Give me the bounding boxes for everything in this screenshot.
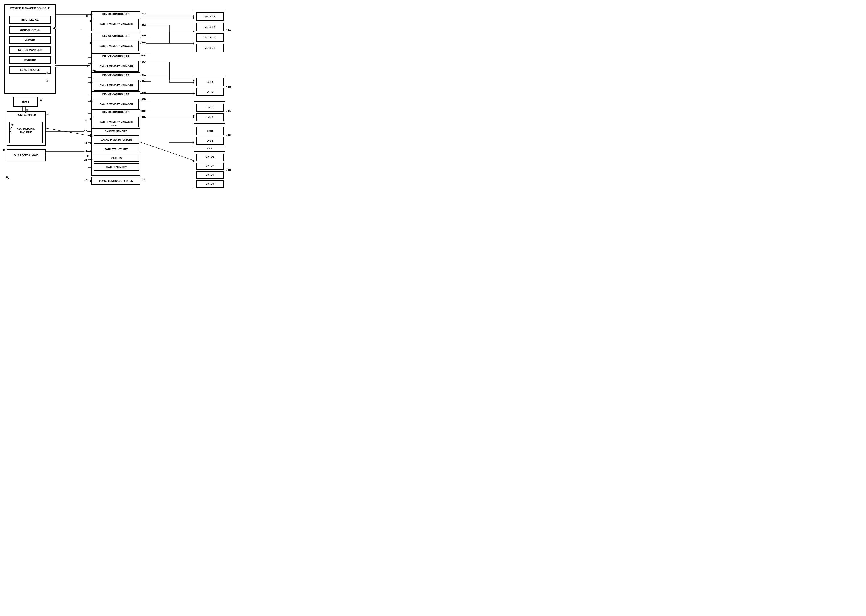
host-adapter-outer: HOST ADAPTER 45 CACHE MEMORY MANAGER	[7, 112, 46, 146]
cache-memory-box: CACHE MEMORY	[94, 163, 139, 171]
label-33: 33	[84, 159, 87, 161]
label-30: 30	[6, 176, 8, 179]
label-47: 47	[55, 64, 58, 67]
label-46B: 46B	[142, 41, 146, 44]
monitor-box: MONITOR	[9, 56, 50, 64]
dcD-title: DEVICE CONTROLLER	[94, 93, 138, 96]
m2lvb-box: M2 LVB	[196, 163, 224, 170]
svg-marker-72	[88, 65, 90, 67]
label-44: 44	[84, 150, 87, 152]
m2lva-box: M2 LVA	[196, 154, 224, 161]
dc-status-box: DEVICE CONTROLLER STATUS	[91, 177, 140, 185]
label-51: 51	[46, 80, 48, 82]
label-42: 42	[84, 129, 87, 132]
queues-box: QUEUES	[94, 154, 139, 162]
smc-title: SYSTEM MANAGER CONSOLE	[10, 7, 50, 10]
m2lvc-box: M2 LVC	[196, 171, 224, 179]
lvh1-box: LVH 1	[196, 113, 224, 121]
dc1-outer: DEVICE CONTROLLER CACHE MEMORY MANAGER	[91, 11, 140, 31]
label-31C: 31C	[226, 109, 231, 112]
label-43: 43	[84, 141, 87, 144]
svg-marker-97	[87, 65, 89, 67]
label-46A: 46A	[142, 24, 146, 26]
svg-marker-36	[88, 130, 90, 132]
dc1-title: DEVICE CONTROLLER	[94, 13, 138, 16]
label-41: 41	[3, 149, 5, 151]
m2-group-outer: M2 LVA M2 LVB M2 LVC M2 LVD	[194, 151, 225, 188]
lvf3-box: LVF 3	[196, 88, 224, 96]
svg-marker-38	[88, 151, 90, 152]
label-32: 32	[142, 178, 145, 181]
lvef-group-outer: LVE 1 LVF 3	[194, 76, 225, 98]
lvg2-box: LVG 2	[196, 104, 224, 112]
label-46X: 46X	[142, 79, 146, 82]
m1-group-outer: M1 LVA 1 M1 LVB 1 M1 LVC 1 M1 LVD 1	[194, 10, 225, 53]
svg-marker-3	[87, 15, 89, 17]
dcD-outer: DEVICE CONTROLLER CACHE MEMORY MANAGER	[91, 91, 140, 112]
load-balance-box: LOAD BALANCE	[9, 66, 50, 74]
dcE-cmm: CACHE MEMORY MANAGER	[94, 117, 139, 127]
output-device-box: OUTPUT DEVICE	[9, 26, 50, 34]
label-38: 38	[85, 119, 87, 122]
label-36: 36	[26, 109, 28, 112]
label-46E: 46E	[142, 115, 146, 118]
dcD-cmm: CACHE MEMORY MANAGER	[94, 99, 139, 110]
lve1-box: LVE 1	[196, 78, 224, 86]
dcE-title: DEVICE CONTROLLER	[94, 111, 138, 113]
label-34C: 34C	[142, 61, 146, 64]
label-31E: 31E	[226, 168, 231, 171]
m1lvd1-box: M1 LVD 1	[196, 44, 224, 52]
label-45-curved: 45	[11, 123, 14, 126]
svg-line-91	[140, 142, 194, 160]
memory-box: MEMORY	[9, 36, 50, 44]
path-structures-box: PATH STRUCTURES	[94, 146, 139, 153]
label-31A: 31A	[226, 29, 231, 32]
label-31B: 31B	[226, 86, 231, 89]
input-device-box: INPUT DEVICE	[9, 16, 50, 24]
lvgh-group-outer: LVG 2 LVH 1	[194, 101, 225, 124]
label-35: 35	[40, 99, 43, 101]
dc2-outer: DEVICE CONTROLLER CACHE MEMORY MANAGER	[91, 33, 140, 53]
svg-marker-105	[87, 155, 89, 157]
label-103: 103	[84, 178, 88, 181]
label-34X: 34X	[142, 74, 146, 76]
cmm-label: CACHE MEMORY MANAGER	[12, 128, 41, 134]
label-34E: 34E	[142, 110, 146, 113]
label-50: 50	[46, 72, 48, 74]
dcX-title: DEVICE CONTROLLER	[94, 74, 138, 77]
cmm-host-adapter: 45 CACHE MEMORY MANAGER	[9, 122, 43, 143]
label-34B: 34B	[142, 34, 146, 37]
m1lvb1-box: M1 LVB 1	[196, 23, 224, 31]
label-46D: 46D	[142, 92, 146, 94]
system-memory-title: SYSTEM MEMORY	[94, 130, 138, 132]
label-34A: 34A	[142, 12, 146, 15]
dcX-cmm: CACHE MEMORY MANAGER	[94, 80, 139, 91]
dc3-title: DEVICE CONTROLLER	[94, 55, 138, 58]
diagram: SYSTEM MANAGER CONSOLE INPUT DEVICE OUTP…	[0, 0, 268, 189]
label-40: 40	[54, 27, 56, 30]
label-34D: 34D	[142, 98, 146, 101]
label-31D: 31D	[226, 133, 231, 136]
m2lvd-box: M2 LVD	[196, 181, 224, 188]
bus-access-logic-box: BUS ACCESS LOGIC	[7, 149, 46, 162]
dcX-outer: DEVICE CONTROLLER CACHE MEMORY MANAGER	[91, 72, 140, 93]
lvj1-box: LVJ 1	[196, 137, 224, 145]
m1lva1-box: M1 LVA 1	[196, 12, 224, 21]
lvi3-box: LVI 3	[196, 127, 224, 135]
host-box: HOST	[13, 97, 38, 107]
system-memory-outer: SYSTEM MEMORY CACHE INDEX DIRECTORY PATH…	[91, 128, 140, 176]
label-37: 37	[47, 113, 49, 116]
m1lvc1-box: M1 LVC 1	[196, 33, 224, 42]
dc2-cmm: CACHE MEMORY MANAGER	[94, 41, 139, 51]
cache-index-dir-box: CACHE INDEX DIRECTORY	[94, 135, 139, 144]
system-manager-box: SYSTEM MANAGER	[9, 46, 50, 54]
dc3-outer: DEVICE CONTROLLER CACHE MEMORY MANAGER	[91, 53, 140, 74]
host-adapter-label: HOST ADAPTER	[9, 113, 43, 116]
dcE-outer: DEVICE CONTROLLER CACHE MEMORY MANAGER	[91, 109, 140, 129]
dc1-cmm: CACHE MEMORY MANAGER	[94, 19, 139, 30]
dc3-cmm: CACHE MEMORY MANAGER	[94, 61, 139, 72]
label-46C: 46C	[142, 54, 146, 57]
dc2-title: DEVICE CONTROLLER	[94, 35, 138, 37]
lvij-group-outer: LVI 3 LVJ 1	[194, 125, 225, 147]
